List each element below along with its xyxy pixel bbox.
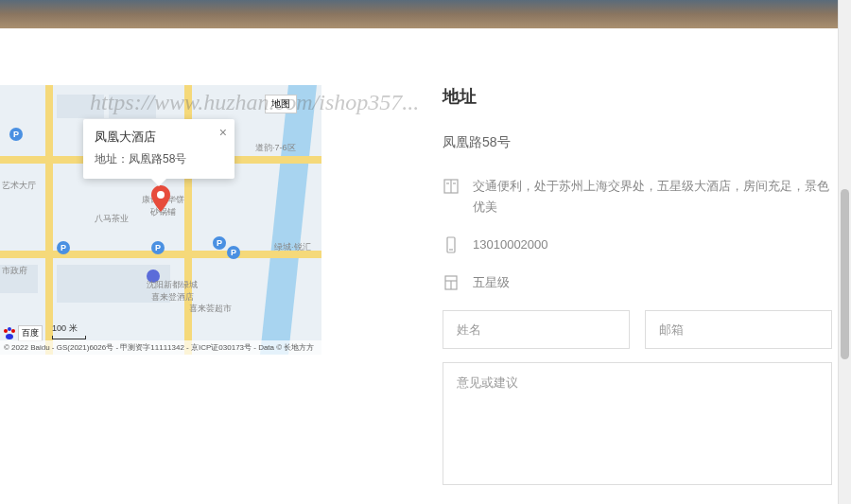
rating-text: 五星级	[473, 272, 510, 293]
form-row	[443, 310, 832, 349]
svg-point-4	[6, 334, 13, 339]
map-label: 艺术大厅	[2, 180, 36, 192]
map-label: 绿城·锐汇	[274, 241, 311, 253]
map-marker-icon[interactable]	[151, 185, 170, 212]
name-input[interactable]	[443, 310, 630, 349]
svg-point-3	[11, 329, 15, 333]
email-input[interactable]	[645, 310, 832, 349]
info-row-phone: 13010002000	[443, 235, 832, 255]
svg-point-2	[8, 327, 11, 331]
info-window-title: 凤凰大酒店	[95, 129, 206, 146]
map-label: 市政府	[2, 265, 27, 277]
map-scale: 100 米	[52, 322, 86, 339]
info-row-description: 交通便利，处于苏州上海交界处，五星级大酒店，房间充足，景色优美	[443, 176, 832, 217]
info-window-address: 地址：凤凰路58号	[95, 151, 206, 167]
svg-rect-9	[447, 237, 455, 252]
phone-icon	[443, 236, 460, 253]
main-content: 地图 P P P P P 艺术大厅 市政府 八马茶业 康记龙华饼 砂锅铺 沈阳新…	[0, 28, 851, 489]
hero-banner	[0, 0, 851, 28]
building-icon	[443, 274, 460, 291]
poi-parking-icon[interactable]: P	[151, 241, 165, 254]
poi-parking-icon[interactable]: P	[57, 241, 70, 254]
book-icon	[443, 178, 460, 195]
map-section: 地图 P P P P P 艺术大厅 市政府 八马茶业 康记龙华饼 砂锅铺 沈阳新…	[0, 85, 414, 489]
map-label: 喜来荟超市	[189, 303, 232, 315]
map-info-window: × 凤凰大酒店 地址：凤凰路58号	[83, 119, 234, 179]
map-label: 八马茶业	[95, 213, 129, 225]
map-type-controls: 地图	[265, 95, 297, 113]
poi-parking-icon[interactable]: P	[227, 246, 240, 259]
map-type-map-button[interactable]: 地图	[265, 95, 297, 113]
baidu-logo[interactable]: 百度	[2, 325, 43, 341]
svg-point-0	[157, 191, 165, 199]
baidu-logo-text: 百度	[18, 325, 43, 341]
svg-point-1	[4, 329, 8, 333]
map-label: 沈阳新都绿城 喜来登酒店	[147, 279, 198, 304]
info-row-rating: 五星级	[443, 272, 832, 293]
message-textarea[interactable]	[443, 362, 832, 485]
map-container[interactable]: 地图 P P P P P 艺术大厅 市政府 八马茶业 康记龙华饼 砂锅铺 沈阳新…	[0, 85, 321, 355]
description-text: 交通便利，处于苏州上海交界处，五星级大酒店，房间充足，景色优美	[473, 176, 832, 217]
scrollbar[interactable]	[838, 0, 851, 504]
poi-parking-icon[interactable]: P	[213, 236, 226, 250]
map-copyright: © 2022 Baidu - GS(2021)6026号 - 甲测资字11111…	[0, 340, 321, 355]
close-icon[interactable]: ×	[219, 125, 227, 140]
scroll-thumb[interactable]	[841, 189, 849, 359]
section-title: 地址	[443, 85, 832, 108]
poi-parking-icon[interactable]: P	[9, 128, 23, 141]
details-section: 地址 凤凰路58号 交通便利，处于苏州上海交界处，五星级大酒店，房间充足，景色优…	[414, 85, 851, 489]
phone-text: 13010002000	[473, 235, 548, 255]
map-label: 道韵·7-6区	[255, 142, 296, 154]
address-text: 凤凰路58号	[443, 134, 832, 151]
